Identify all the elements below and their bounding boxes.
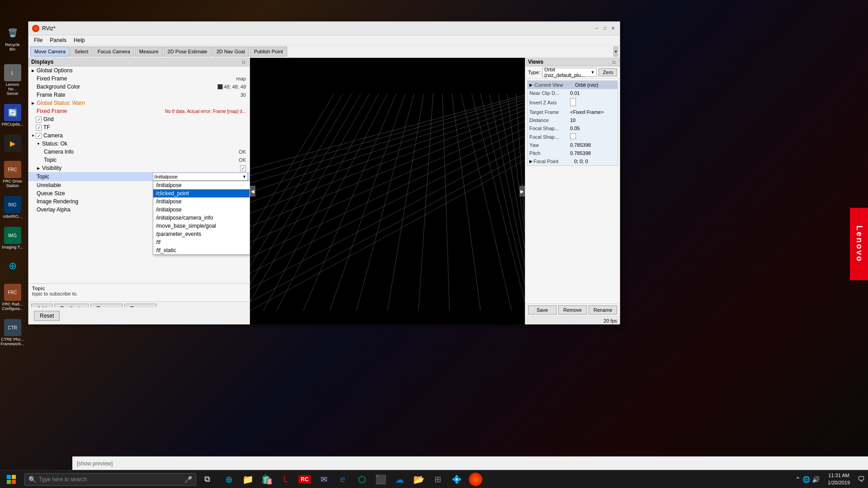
- displays-collapse-button[interactable]: □: [241, 59, 247, 65]
- app-icon1[interactable]: ▶: [0, 133, 25, 155]
- volume-icon[interactable]: 🔊: [812, 476, 820, 483]
- distance-row[interactable]: Distance 10: [528, 116, 618, 124]
- taskbar-app8-icon[interactable]: ⬛: [372, 470, 390, 488]
- viewport-left-toggle[interactable]: ◀: [250, 186, 255, 197]
- chevron-up-icon[interactable]: ⌃: [795, 476, 801, 483]
- publish-point-button[interactable]: Publish Point: [250, 47, 287, 56]
- near-clip-label: Near Clip D...: [529, 90, 570, 96]
- topic-dropdown-input[interactable]: /initialpose ▼: [153, 173, 248, 181]
- grid-checkbox[interactable]: [36, 117, 42, 122]
- edge-icon[interactable]: ⊕: [0, 256, 25, 277]
- notification-button[interactable]: 🗨: [854, 470, 868, 488]
- taskbar-lasso-icon[interactable]: L: [277, 470, 295, 488]
- tf-item[interactable]: TF: [28, 123, 250, 131]
- views-rename-button[interactable]: Rename: [589, 305, 617, 314]
- task-view-button[interactable]: ⧉: [198, 470, 216, 488]
- taskbar-onedrive-icon[interactable]: ☁: [391, 470, 409, 488]
- taskbar-app7-icon[interactable]: ⬡: [353, 470, 371, 488]
- viewport-area[interactable]: ◀ ▶: [250, 58, 525, 324]
- topic-dropdown[interactable]: /initialpose ▼ /initialpose /clicked_poi…: [153, 173, 248, 181]
- recycle-bin-icon[interactable]: 🗑️ dark space RecycleBin: [0, 23, 25, 53]
- taskbar-files2-icon[interactable]: 📂: [410, 470, 428, 488]
- fixed-frame-item[interactable]: Fixed Frame map: [28, 75, 250, 83]
- frc-update-icon[interactable]: 🔄 FRCUpda...: [0, 102, 25, 128]
- viewport-right-toggle[interactable]: ▶: [519, 186, 525, 197]
- start-button[interactable]: [0, 470, 23, 488]
- target-frame-row[interactable]: Target Frame <Fixed Frame>: [528, 108, 618, 116]
- microphone-icon: 🎤: [184, 476, 192, 483]
- menu-panels[interactable]: Panels: [46, 36, 70, 44]
- dropdown-item-4[interactable]: /initialpose: [153, 206, 250, 214]
- reset-button[interactable]: Reset: [34, 311, 60, 321]
- camera-status-item: ▼ Status: Ok: [28, 140, 250, 148]
- views-remove-button[interactable]: Remove: [558, 305, 587, 314]
- pose-estimate-button[interactable]: 2D Pose Estimate: [164, 47, 212, 56]
- taskbar-app11-icon[interactable]: ⊞: [429, 470, 447, 488]
- taskbar-edge-icon[interactable]: ⊕: [220, 470, 238, 488]
- ctre-icon[interactable]: CTR CTRE Pho...Framework...: [0, 317, 25, 348]
- dropdown-item-5[interactable]: /initialpose/camera_info: [153, 214, 250, 222]
- invert-z-row[interactable]: Invert Z Axis: [528, 97, 618, 108]
- background-color-item[interactable]: Background Color 48; 48; 48: [28, 83, 250, 91]
- zero-button[interactable]: Zero: [599, 68, 617, 76]
- global-status-item[interactable]: ▶ Global Status: Warn: [28, 99, 250, 107]
- global-options-item[interactable]: ▶ Global Options: [28, 66, 250, 75]
- measure-button[interactable]: Measure: [135, 47, 163, 56]
- views-type-select[interactable]: Orbit (rviz_default_plu... ▼: [542, 68, 597, 77]
- frc-radio-icon[interactable]: FRC FRC Rad...Configura...: [0, 282, 25, 313]
- taskbar-clock[interactable]: 11:31 AM 1/20/2019: [823, 472, 854, 486]
- focal-point-row[interactable]: ▶ Focal Point 0; 0; 0: [528, 157, 618, 165]
- taskbar-ie-icon[interactable]: e: [334, 470, 352, 488]
- topic-dropdown-row[interactable]: Topic /initialpose ▼ /initialpose /click…: [28, 172, 250, 181]
- menu-help[interactable]: Help: [70, 36, 89, 44]
- yaw-row[interactable]: Yaw 0.785398: [528, 141, 618, 149]
- dropdown-item-2[interactable]: /clicked_point: [153, 189, 250, 197]
- global-status-expand: ▶: [30, 101, 36, 105]
- desktop: 🗑️ dark space RecycleBin L Lenovo No...S…: [0, 0, 868, 488]
- dropdown-item-7[interactable]: /parameter_events: [153, 230, 250, 238]
- taskbar-search-box[interactable]: 🔍 Type here to search 🎤: [24, 473, 196, 486]
- frc-drive-icon[interactable]: FRC FRC DriveStation: [0, 159, 25, 190]
- tf-checkbox[interactable]: [36, 125, 42, 131]
- dropdown-item-9[interactable]: /tf_static: [153, 246, 250, 254]
- focus-camera-button[interactable]: Focus Camera: [94, 47, 134, 56]
- move-camera-button[interactable]: Move Camera: [30, 47, 70, 56]
- imaging-icon[interactable]: IMG Imaging T...: [0, 225, 25, 251]
- minimize-button[interactable]: ─: [594, 25, 600, 32]
- grid-item[interactable]: Grid: [28, 115, 250, 123]
- taskbar-redapp-icon[interactable]: RC: [296, 470, 314, 488]
- menu-file[interactable]: File: [30, 36, 46, 44]
- menubar: File Panels Help: [28, 35, 620, 45]
- taskbar-explorer-icon[interactable]: 📁: [239, 470, 257, 488]
- lenovo-sense-icon[interactable]: L Lenovo No...Sense: [0, 62, 25, 98]
- dropdown-item-3[interactable]: /initialpose: [153, 197, 250, 206]
- nav-goal-button[interactable]: 2D Nav Goal: [212, 47, 249, 56]
- taskbar-store-icon[interactable]: 🛍️: [258, 470, 276, 488]
- near-clip-row[interactable]: Near Clip D... 0.01: [528, 89, 618, 97]
- camera-info-item[interactable]: Camera Info OK: [28, 148, 250, 156]
- select-button[interactable]: Select: [71, 47, 93, 56]
- dropdown-item-8[interactable]: /tf: [153, 238, 250, 246]
- frame-rate-item[interactable]: Frame Rate 30: [28, 91, 250, 99]
- focal-shape2-row[interactable]: Focal Shap...: [528, 132, 618, 141]
- camera-topic-item[interactable]: Topic OK: [28, 156, 250, 164]
- views-collapse-button[interactable]: □: [611, 59, 617, 65]
- dropdown-item-6[interactable]: /move_base_simple/goal: [153, 222, 250, 230]
- camera-checkbox[interactable]: [36, 133, 42, 139]
- focal-shape1-row[interactable]: Focal Shap... 0.05: [528, 124, 618, 132]
- network-icon[interactable]: 🌐: [802, 476, 810, 483]
- taskbar-mail-icon[interactable]: ✉: [315, 470, 333, 488]
- toolbar-collapse-button[interactable]: ▾: [613, 47, 618, 56]
- taskbar-rviz-icon[interactable]: [467, 470, 485, 488]
- camera-item[interactable]: ▼ Camera: [28, 131, 250, 140]
- fixed-frame-status-item[interactable]: Fixed Frame No tf data. Actual error: Fr…: [28, 107, 250, 115]
- visibility-item[interactable]: ▶ Visibility: [28, 164, 250, 172]
- maximize-button[interactable]: □: [602, 25, 608, 32]
- dropdown-item-1[interactable]: /initialpose: [153, 181, 250, 189]
- roborlio-icon[interactable]: RIO roboRIO...: [0, 194, 25, 221]
- views-save-button[interactable]: Save: [528, 305, 557, 314]
- pitch-row[interactable]: Pitch 0.785398: [528, 149, 618, 157]
- close-button[interactable]: ✕: [610, 25, 616, 32]
- topic-dropdown-popup[interactable]: /initialpose /clicked_point /initialpose…: [153, 181, 250, 255]
- taskbar-app12-icon[interactable]: 💠: [448, 470, 466, 488]
